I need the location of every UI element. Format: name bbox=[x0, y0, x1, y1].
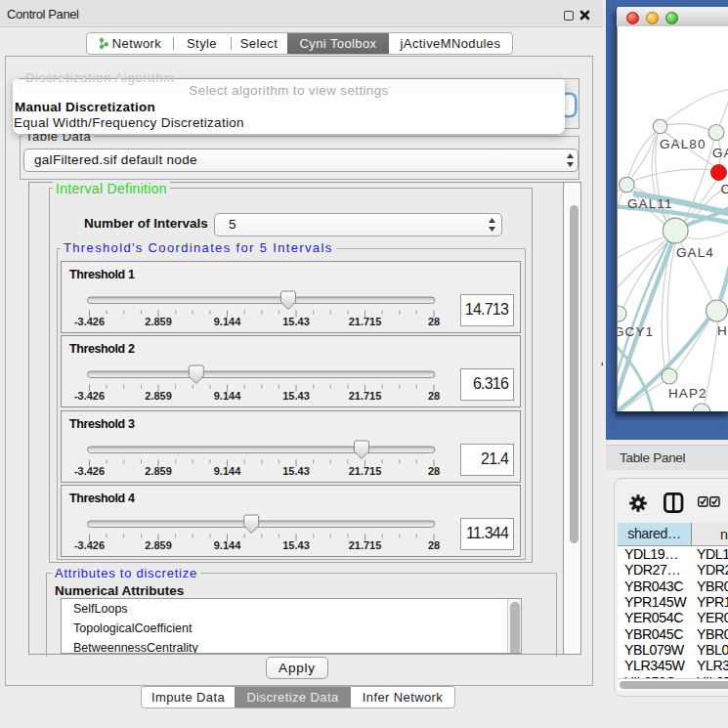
svg-text:C: C bbox=[721, 182, 728, 196]
svg-text:H: H bbox=[717, 323, 728, 338]
svg-text:-3.426: -3.426 bbox=[74, 539, 105, 551]
svg-text:28: 28 bbox=[428, 390, 440, 402]
svg-text:-3.426: -3.426 bbox=[74, 316, 105, 327]
svg-text:21.715: 21.715 bbox=[349, 539, 382, 551]
svg-text:2.859: 2.859 bbox=[145, 316, 172, 327]
svg-text:GAL11: GAL11 bbox=[627, 196, 673, 211]
svg-text:21.715: 21.715 bbox=[349, 465, 382, 477]
svg-text:2.859: 2.859 bbox=[145, 390, 172, 402]
svg-text:2.859: 2.859 bbox=[145, 465, 172, 477]
svg-text:28: 28 bbox=[428, 539, 440, 551]
svg-text:GA: GA bbox=[712, 146, 728, 160]
svg-text:GCY1: GCY1 bbox=[618, 324, 654, 339]
svg-text:GAL80: GAL80 bbox=[660, 137, 707, 151]
svg-text:-3.426: -3.426 bbox=[74, 465, 105, 477]
svg-text:21.715: 21.715 bbox=[349, 316, 382, 327]
svg-text:9.144: 9.144 bbox=[214, 316, 241, 327]
svg-text:9.144: 9.144 bbox=[214, 465, 241, 477]
svg-text:-3.426: -3.426 bbox=[74, 390, 105, 402]
svg-text:HAP2: HAP2 bbox=[668, 386, 707, 401]
svg-text:15.43: 15.43 bbox=[282, 465, 310, 477]
svg-text:15.43: 15.43 bbox=[282, 390, 310, 402]
svg-text:9.144: 9.144 bbox=[214, 390, 241, 402]
svg-text:15.43: 15.43 bbox=[282, 316, 310, 327]
svg-text:15.43: 15.43 bbox=[282, 539, 310, 551]
svg-text:2.859: 2.859 bbox=[145, 539, 172, 551]
svg-text:28: 28 bbox=[428, 316, 440, 327]
svg-text:9.144: 9.144 bbox=[214, 539, 241, 551]
svg-text:GAL4: GAL4 bbox=[676, 245, 714, 260]
svg-text:21.715: 21.715 bbox=[349, 390, 382, 402]
svg-text:28: 28 bbox=[428, 465, 440, 477]
